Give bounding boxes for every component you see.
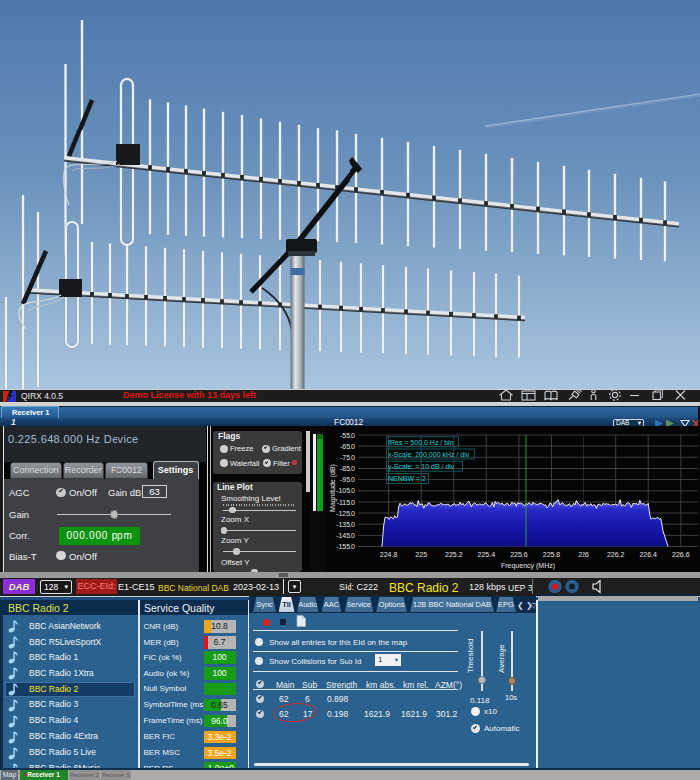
svg-text:x-Scale: 200,000 kHz / div: x-Scale: 200,000 kHz / div <box>388 451 470 458</box>
svg-text:fRes = 500,0 Hz / bin: fRes = 500,0 Hz / bin <box>388 439 454 446</box>
svg-text:-115.0: -115.0 <box>337 499 355 506</box>
svg-text:-145.0: -145.0 <box>336 532 355 539</box>
svg-text:-125.0: -125.0 <box>336 510 355 517</box>
svg-text:-135.0: -135.0 <box>336 521 355 528</box>
svg-text:-65.0: -65.0 <box>340 443 355 450</box>
svg-text:225.6: 225.6 <box>510 551 528 558</box>
svg-text:Magnitude (dB): Magnitude (dB) <box>329 464 337 512</box>
svg-text:-85.0: -85.0 <box>340 465 355 472</box>
svg-text:226: 226 <box>578 551 589 558</box>
svg-text:225.2: 225.2 <box>445 551 463 558</box>
svg-text:224.8: 224.8 <box>380 551 398 558</box>
svg-text:Frequency (MHz): Frequency (MHz) <box>501 562 555 570</box>
svg-text:226.2: 226.2 <box>607 551 625 558</box>
svg-text:-155.0: -155.0 <box>336 543 355 550</box>
svg-text:y-Scale: = 10 dB / div: y-Scale: = 10 dB / div <box>388 463 455 471</box>
svg-text:-75.0: -75.0 <box>340 454 355 461</box>
svg-text:-95.0: -95.0 <box>340 476 355 483</box>
svg-text:NENBW = 2: NENBW = 2 <box>388 475 426 482</box>
svg-text:226.4: 226.4 <box>639 551 657 558</box>
svg-text:-105.0: -105.0 <box>336 487 355 494</box>
svg-text:-55.0: -55.0 <box>340 432 355 439</box>
svg-text:226.6: 226.6 <box>672 551 690 558</box>
svg-text:225: 225 <box>415 551 427 558</box>
svg-text:225.4: 225.4 <box>478 551 496 558</box>
svg-text:225.8: 225.8 <box>543 551 561 558</box>
